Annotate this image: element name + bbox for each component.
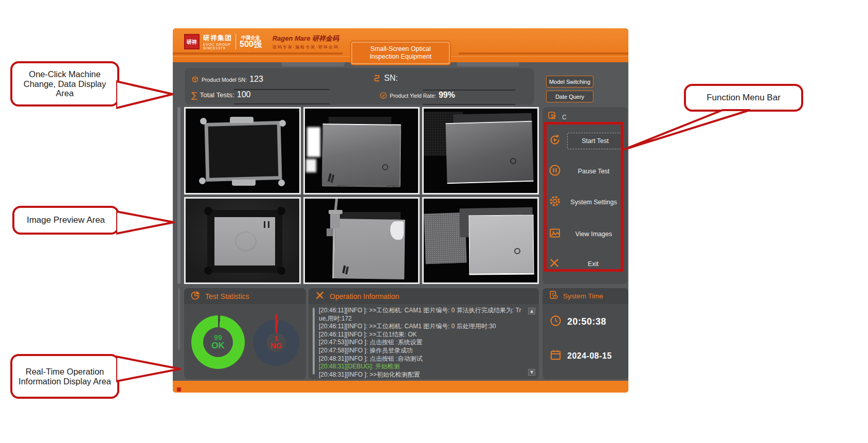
calendar-icon — [550, 349, 562, 363]
logo-divider — [236, 34, 236, 49]
ok-label: OK — [211, 341, 225, 350]
system-time-title: System Time — [563, 292, 603, 300]
ng-donut-chart: 1 NG — [253, 320, 299, 366]
log-line-debug: [20:48:31][DEBUG]: 开始检测 — [319, 363, 522, 371]
log-scroll-up-button[interactable]: ▲ — [528, 308, 535, 314]
test-statistics-header: Test Statistics — [184, 288, 306, 304]
model-switching-button[interactable]: Model Switching — [546, 76, 593, 87]
pie-chart-icon — [190, 290, 201, 303]
product-box-icon — [191, 76, 199, 83]
yield-rate-value: 99% — [439, 91, 455, 100]
image-preview-grid — [184, 107, 539, 284]
total-tests-value: 100 — [237, 90, 251, 99]
crossed-tools-icon — [315, 290, 325, 303]
left-rail-decor — [177, 107, 180, 284]
system-date-value: 2024-08-15 — [567, 351, 612, 361]
product-model-sn-value: 123 — [249, 75, 263, 84]
function-menu-annotation-rectangle — [544, 122, 623, 272]
brand-script: Ragen Mare 研祥金码 — [273, 34, 339, 43]
log-line: [20:48:31][INFO ]: >>初始化检测配置 — [319, 371, 522, 379]
app-footer — [173, 381, 628, 393]
brand-tagline: 读码专家·漏检专家·研祥金码 — [273, 44, 339, 50]
app-title-line1: Small-Screen Optical — [355, 45, 446, 53]
callout-image-preview-area: Image Preview Area — [12, 206, 119, 235]
system-time-header: System Time — [542, 288, 628, 304]
header-tab-decor — [282, 62, 345, 66]
app-title-line2: Inspection Equipment — [355, 53, 446, 61]
brand-logo: 研祥 研祥集团 EVOC GROUP SINCE1979 中国企业 500强 R… — [184, 33, 339, 50]
header-decor-line — [173, 52, 342, 55]
field-underline — [234, 103, 330, 104]
system-date-row: 2024-08-15 — [550, 349, 612, 363]
log-line: [20:47:53][INFO ]: 点击按钮 :系统设置 — [319, 339, 522, 347]
sn-link-icon — [372, 74, 382, 83]
log-line: [20:47:58][INFO ]: 操作员登录成功 — [319, 347, 522, 355]
field-underline — [423, 104, 515, 105]
callout-tail — [116, 352, 183, 385]
date-query-button[interactable]: Date Query — [546, 91, 593, 102]
brand-since: SINCE1979 — [203, 46, 232, 50]
system-time-value: 20:50:38 — [567, 316, 606, 327]
callout-data-display-area: One-Click Machine Change, Data Display A… — [10, 61, 119, 107]
log-line: [20:48:31][INFO ]: 点击按钮 :自动测试 — [319, 355, 522, 363]
field-total-tests: ∑ Total Tests: 100 — [191, 90, 250, 100]
annotated-screenshot: 研祥 研祥集团 EVOC GROUP SINCE1979 中国企业 500强 R… — [0, 0, 868, 443]
clock-icon — [550, 315, 562, 329]
system-time-panel: System Time 20:50:38 2024-08-15 — [542, 288, 628, 379]
operation-information-title: Operation Information — [330, 292, 399, 300]
test-statistics-panel: Test Statistics 99 OK 1 NG — [184, 288, 306, 379]
sigma-icon: ∑ — [191, 90, 197, 100]
callout-tail — [116, 208, 177, 238]
preview-image-4 — [184, 197, 301, 285]
system-time-row: 20:50:38 — [550, 315, 606, 329]
data-display-panel: Product Model SN: 123 SN: ∑ Total Tests:… — [184, 67, 535, 105]
preview-image-1 — [184, 107, 301, 194]
ng-label: NG — [270, 342, 282, 350]
preview-image-3 — [422, 107, 539, 194]
brand-group-cn: 研祥集团 — [203, 33, 232, 43]
brand-group-en: EVOC GROUP — [203, 43, 232, 46]
preview-image-5 — [303, 197, 420, 285]
field-product-model-sn: Product Model SN: 123 — [191, 75, 263, 84]
field-sn: SN: — [372, 74, 401, 83]
log-scroll-down-button[interactable]: ▼ — [528, 369, 535, 376]
ok-donut-chart: 99 OK — [191, 315, 245, 369]
log-line: [20:46:11][INFO ]: >>工位相机: CAM1 图片编号: 0 … — [319, 307, 522, 323]
callout-tail — [116, 78, 176, 112]
yield-icon — [379, 92, 387, 99]
operation-information-header: Operation Information — [309, 288, 539, 304]
brand-logo-mark: 研祥 — [184, 34, 200, 49]
function-menu-header-label: C — [562, 114, 567, 121]
brand-rank-bottom: 500强 — [240, 40, 262, 48]
log-accent-bar — [313, 308, 315, 375]
log-line: [20:46:11][INFO ]: >>工位相机: CAM1 图片编号: 0 … — [319, 323, 522, 331]
log-line: [20:46:11][INFO ]: >>工位1结果: OK — [319, 331, 522, 339]
operation-information-panel: Operation Information [20:46:11][INFO ]:… — [309, 288, 539, 379]
doc-clock-icon — [549, 290, 558, 302]
header-tab-decor — [457, 62, 519, 66]
left-rail-decor — [178, 288, 180, 350]
callout-function-menu-bar: Function Menu Bar — [684, 84, 803, 112]
preview-image-6 — [422, 197, 539, 285]
log-lines: [20:46:11][INFO ]: >>工位相机: CAM1 图片编号: 0 … — [319, 307, 522, 379]
click-cursor-icon — [548, 111, 557, 123]
footer-logo-square — [177, 387, 181, 392]
ok-count: 99 — [214, 334, 222, 342]
preview-image-2 — [303, 107, 420, 194]
app-header: 研祥 研祥集团 EVOC GROUP SINCE1979 中国企业 500强 R… — [173, 28, 628, 62]
test-statistics-title: Test Statistics — [205, 292, 249, 300]
callout-realtime-info-area: Real-Time Operation Information Display … — [10, 354, 119, 399]
field-yield-rate: Product Yield Rate: 99% — [379, 91, 455, 100]
ng-marker — [275, 314, 277, 330]
header-decor-line — [459, 52, 628, 55]
app-title: Small-Screen Optical Inspection Equipmen… — [351, 42, 450, 64]
callout-tail — [617, 109, 756, 155]
